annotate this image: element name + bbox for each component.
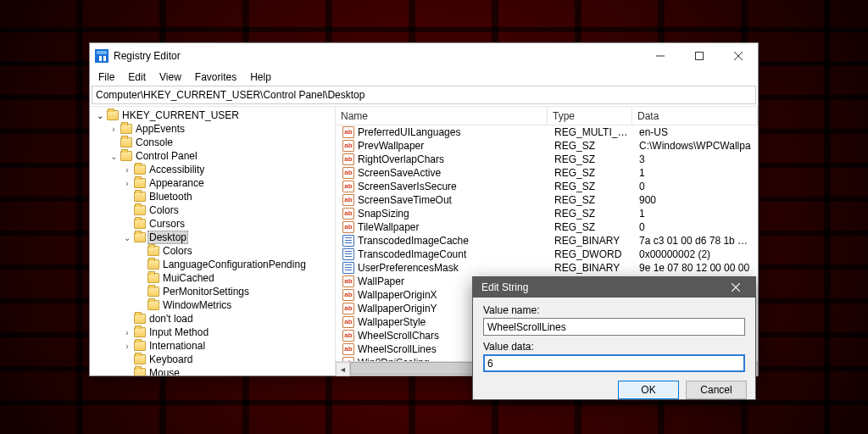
tree-label: Colors — [147, 204, 181, 216]
tree-node[interactable]: Colors — [134, 244, 335, 258]
expand-icon[interactable] — [122, 205, 132, 215]
menu-edit[interactable]: Edit — [121, 70, 153, 85]
col-data[interactable]: Data — [632, 107, 758, 125]
value-row[interactable]: PrevWallpaperREG_SZC:\Windows\WPCWallpa — [336, 139, 758, 153]
folder-icon — [120, 151, 132, 161]
tree-node[interactable]: don't load — [120, 312, 335, 326]
cancel-button[interactable]: Cancel — [686, 381, 747, 399]
value-row[interactable]: TranscodedImageCacheREG_BINARY7a c3 01 0… — [336, 234, 758, 248]
tree-node[interactable]: LanguageConfigurationPending — [134, 258, 335, 271]
tree-node[interactable]: Bluetooth — [120, 190, 335, 203]
string-value-icon — [342, 181, 354, 192]
value-row[interactable]: RightOverlapCharsREG_SZ3 — [336, 153, 758, 166]
dialog-close-button[interactable] — [720, 277, 752, 298]
expand-icon[interactable] — [108, 137, 119, 147]
tree-label: Control Panel — [134, 150, 199, 162]
tree-node[interactable]: ⌄Desktop — [120, 231, 335, 244]
tree-node[interactable]: PerMonitorSettings — [134, 285, 335, 298]
titlebar[interactable]: Registry Editor — [90, 43, 758, 69]
minimize-button[interactable] — [641, 43, 680, 69]
tree-node[interactable]: ›Appearance — [120, 176, 335, 190]
expand-icon[interactable] — [122, 219, 132, 229]
tree-node[interactable]: Mouse — [120, 366, 335, 376]
col-type[interactable]: Type — [548, 107, 632, 125]
value-name: WallpaperOriginX — [358, 289, 437, 301]
folder-icon — [134, 192, 146, 202]
expand-icon[interactable]: › — [122, 164, 132, 175]
folder-icon — [120, 137, 132, 147]
folder-icon — [147, 273, 159, 283]
value-data: 0 — [634, 181, 758, 192]
tree-label: HKEY_CURRENT_USER — [120, 109, 241, 121]
expand-icon[interactable] — [122, 354, 132, 364]
expand-icon[interactable] — [136, 300, 146, 310]
menu-favorites[interactable]: Favorites — [188, 70, 243, 85]
menu-help[interactable]: Help — [243, 70, 278, 85]
value-name: ScreenSaveTimeOut — [358, 194, 452, 206]
value-row[interactable]: TileWallpaperREG_SZ0 — [336, 220, 758, 234]
value-name: SnapSizing — [358, 208, 409, 220]
tree-node[interactable]: Colors — [120, 203, 335, 217]
folder-icon — [134, 314, 146, 324]
ok-button[interactable]: OK — [618, 381, 679, 399]
tree-node[interactable]: MuiCached — [134, 271, 335, 285]
expand-icon[interactable]: ⌄ — [108, 151, 119, 161]
expand-icon[interactable] — [136, 259, 146, 270]
tree-label: Mouse — [147, 367, 181, 376]
value-data-input[interactable] — [483, 354, 745, 372]
value-row[interactable]: SnapSizingREG_SZ1 — [336, 207, 758, 220]
col-name[interactable]: Name — [336, 107, 548, 125]
value-name: TileWallpaper — [358, 221, 419, 233]
tree-label: PerMonitorSettings — [161, 286, 251, 298]
value-name-input[interactable] — [483, 318, 745, 336]
tree-node[interactable]: ›AppEvents — [107, 122, 335, 136]
key-tree[interactable]: ⌄HKEY_CURRENT_USER›AppEventsConsole⌄Cont… — [90, 107, 336, 376]
tree-node[interactable]: Console — [107, 136, 335, 149]
expand-icon[interactable] — [136, 246, 146, 256]
expand-icon[interactable]: ⌄ — [95, 110, 105, 120]
dialog-titlebar[interactable]: Edit String — [473, 277, 755, 298]
binary-value-icon — [342, 235, 354, 247]
expand-icon[interactable] — [122, 368, 132, 376]
expand-icon[interactable]: › — [122, 327, 132, 337]
expand-icon[interactable] — [122, 314, 132, 324]
value-row[interactable]: ScreenSaveActiveREG_SZ1 — [336, 166, 758, 180]
string-value-icon — [342, 126, 354, 138]
tree-node[interactable]: Cursors — [120, 217, 335, 231]
address-bar[interactable]: Computer\HKEY_CURRENT_USER\Control Panel… — [92, 86, 756, 104]
value-type: REG_SZ — [549, 208, 634, 220]
window-title: Registry Editor — [114, 50, 181, 62]
expand-icon[interactable] — [136, 273, 146, 283]
value-name: WallpaperStyle — [358, 316, 426, 328]
folder-icon — [147, 259, 159, 270]
value-data: 0x00000002 (2) — [634, 248, 758, 260]
tree-node[interactable]: Keyboard — [120, 353, 335, 366]
expand-icon[interactable]: › — [122, 341, 132, 351]
close-button[interactable] — [719, 43, 758, 69]
value-row[interactable]: TranscodedImageCountREG_DWORD0x00000002 … — [336, 248, 758, 261]
value-row[interactable]: PreferredUILanguagesREG_MULTI_SZen-US — [336, 125, 758, 139]
scroll-left-button[interactable]: ◄ — [336, 362, 350, 376]
folder-icon — [120, 124, 132, 134]
tree-node[interactable]: ›Input Method — [120, 326, 335, 339]
value-name: ScreenSaveActive — [358, 167, 441, 179]
expand-icon[interactable]: › — [108, 124, 119, 134]
string-value-icon — [342, 153, 354, 165]
expand-icon[interactable] — [136, 287, 146, 297]
tree-node[interactable]: ›International — [120, 339, 335, 353]
value-row[interactable]: UserPreferencesMaskREG_BINARY9e 1e 07 80… — [336, 261, 758, 275]
tree-node[interactable]: WindowMetrics — [134, 298, 335, 312]
tree-node[interactable]: ⌄HKEY_CURRENT_USER — [93, 108, 335, 122]
expand-icon[interactable]: › — [122, 178, 132, 188]
menu-file[interactable]: File — [92, 70, 121, 85]
expand-icon[interactable]: ⌄ — [122, 232, 132, 242]
value-data: 3 — [634, 153, 758, 165]
maximize-button[interactable] — [680, 43, 719, 69]
tree-label: Colors — [161, 245, 194, 257]
value-row[interactable]: ScreenSaveTimeOutREG_SZ900 — [336, 193, 758, 207]
expand-icon[interactable] — [122, 192, 132, 202]
menu-view[interactable]: View — [153, 70, 188, 85]
tree-node[interactable]: ⌄Control Panel — [107, 149, 335, 163]
value-row[interactable]: ScreenSaverIsSecureREG_SZ0 — [336, 180, 758, 193]
tree-node[interactable]: ›Accessibility — [120, 163, 335, 176]
